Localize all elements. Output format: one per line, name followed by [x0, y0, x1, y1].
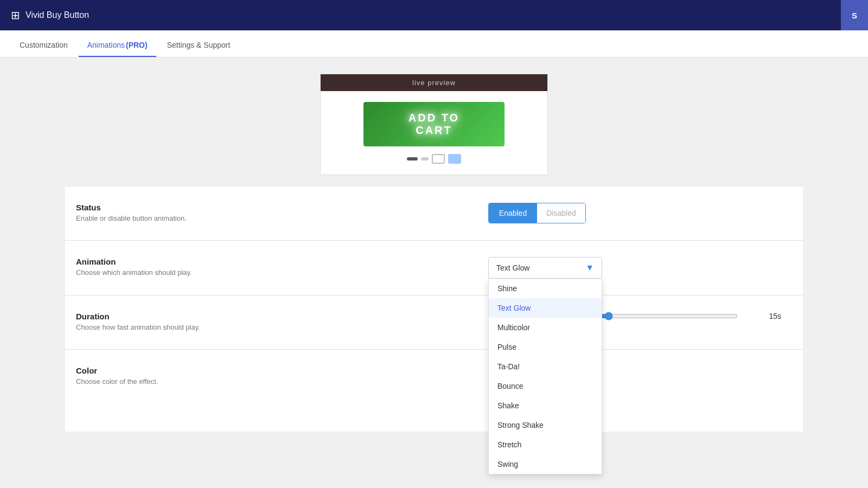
animation-label: Animation [76, 257, 467, 266]
animation-dropdown-menu: Shine Text Glow Multicolor Pulse Ta-Da! [488, 279, 602, 474]
animation-row: Animation Choose which animation should … [65, 240, 803, 295]
dropdown-item-multicolor[interactable]: Multicolor [489, 318, 602, 337]
dropdown-item-shine[interactable]: Shine [489, 279, 602, 298]
dot-2 [421, 157, 429, 160]
status-toggle-group: Enabled Disabled [488, 203, 586, 223]
preview-section: live preview ADD TO CART [65, 57, 803, 186]
dropdown-item-swing[interactable]: Swing [489, 454, 602, 474]
top-bar-right: S [841, 0, 868, 30]
tab-animations[interactable]: Animations(PRO) [79, 41, 156, 57]
animation-selected-value: Text Glow [496, 264, 529, 272]
status-label: Status [76, 203, 467, 212]
status-row: Status Enable or disable button animatio… [65, 186, 803, 240]
animation-dropdown-trigger[interactable]: Text Glow ▼ [488, 257, 602, 279]
main-content: live preview ADD TO CART Status [0, 57, 868, 432]
dropdown-item-bounce[interactable]: Bounce [489, 376, 602, 396]
tab-customization[interactable]: Customization [11, 41, 76, 57]
dropdown-item-shake[interactable]: Shake [489, 396, 602, 415]
preview-button-text: ADD TO CART [409, 112, 459, 136]
dropdown-item-strong-shake[interactable]: Strong Shake [489, 415, 602, 435]
duration-label: Duration [76, 312, 467, 321]
color-label-col: Color Choose color of the effect. [76, 366, 488, 386]
dropdown-item-ta-da[interactable]: Ta-Da! [489, 357, 602, 376]
enabled-button[interactable]: Enabled [489, 203, 537, 223]
status-control: Enabled Disabled [488, 203, 792, 223]
dropdown-item-pulse[interactable]: Pulse [489, 337, 602, 357]
user-button[interactable]: S [841, 0, 868, 30]
pro-badge: (PRO) [126, 41, 148, 49]
preview-card: live preview ADD TO CART [320, 74, 548, 175]
disabled-button[interactable]: Disabled [537, 203, 585, 223]
animation-control: Text Glow ▼ Shine Text Glow Multicolor [488, 257, 792, 279]
duration-desc: Choose how fast animation should play. [76, 323, 467, 331]
nav-tabs: Customization Animations(PRO) Settings &… [0, 30, 868, 57]
dropdown-item-stretch[interactable]: Stretch [489, 435, 602, 454]
app-icon: ⊞ [11, 9, 20, 22]
dot-3 [432, 154, 445, 164]
top-bar: ⊞ Vivid Buy Button S [0, 0, 868, 30]
settings-container: live preview ADD TO CART Status [54, 57, 814, 432]
chevron-down-icon: ▼ [585, 263, 594, 273]
app-title: Vivid Buy Button [25, 10, 89, 20]
animation-dropdown: Text Glow ▼ Shine Text Glow Multicolor [488, 257, 602, 279]
animation-label-col: Animation Choose which animation should … [76, 257, 488, 277]
status-desc: Enable or disable button animation. [76, 214, 467, 222]
color-row: Color Choose color of the effect. [65, 349, 803, 432]
dot-1 [407, 157, 418, 160]
color-label: Color [76, 366, 467, 375]
duration-row: Duration Choose how fast animation shoul… [65, 295, 803, 349]
duration-label-col: Duration Choose how fast animation shoul… [76, 312, 488, 331]
animation-desc: Choose which animation should play. [76, 268, 467, 277]
status-label-col: Status Enable or disable button animatio… [76, 203, 488, 222]
preview-body: ADD TO CART [321, 91, 547, 175]
duration-value: 15s [769, 312, 781, 320]
preview-dots [407, 154, 461, 164]
color-desc: Choose color of the effect. [76, 377, 467, 386]
dot-4 [448, 154, 461, 164]
preview-header: live preview [321, 74, 547, 91]
preview-button[interactable]: ADD TO CART [363, 102, 505, 146]
tab-settings[interactable]: Settings & Support [158, 41, 239, 57]
dropdown-item-text-glow[interactable]: Text Glow [489, 298, 602, 318]
